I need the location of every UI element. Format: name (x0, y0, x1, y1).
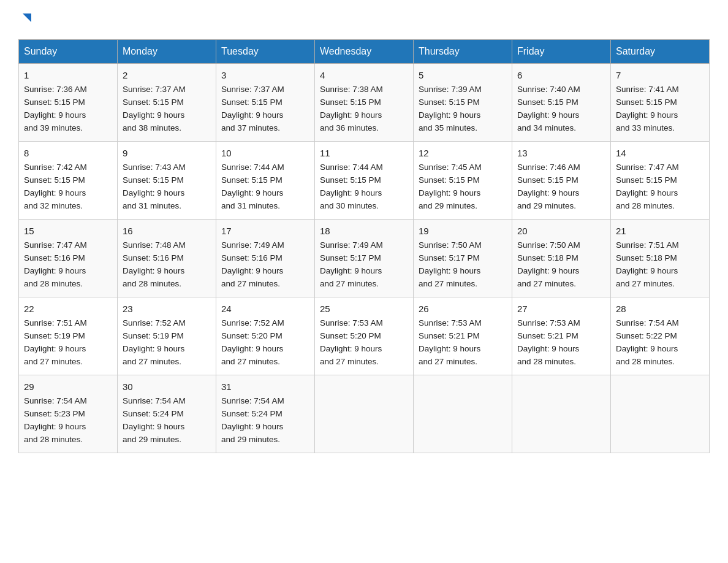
header-row: SundayMondayTuesdayWednesdayThursdayFrid… (19, 40, 710, 64)
daylight-label: Daylight: 9 hours (419, 188, 480, 197)
sunset-label: Sunset: 5:15 PM (24, 175, 85, 185)
day-number: 26 (419, 302, 507, 316)
sunrise-label: Sunrise: 7:50 AM (517, 240, 580, 250)
sunrise-label: Sunrise: 7:44 AM (320, 163, 383, 172)
calendar-cell (414, 375, 512, 453)
sunset-label: Sunset: 5:19 PM (24, 331, 85, 340)
sunset-label: Sunset: 5:15 PM (221, 175, 282, 185)
calendar-cell: 1Sunrise: 7:36 AMSunset: 5:15 PMDaylight… (19, 64, 118, 142)
sunrise-label: Sunrise: 7:49 AM (221, 240, 284, 250)
calendar-cell: 9Sunrise: 7:43 AMSunset: 5:15 PMDaylight… (118, 141, 216, 219)
day-number: 2 (123, 68, 211, 82)
sunrise-label: Sunrise: 7:52 AM (221, 318, 284, 327)
sunrise-label: Sunrise: 7:42 AM (24, 163, 87, 172)
daylight-label: Daylight: 9 hours (221, 188, 283, 197)
sunset-label: Sunset: 5:15 PM (616, 98, 677, 107)
daylight-detail: and 28 minutes. (616, 357, 675, 366)
sunset-label: Sunset: 5:20 PM (320, 331, 381, 340)
daylight-label: Daylight: 9 hours (24, 266, 86, 275)
sunset-label: Sunset: 5:24 PM (123, 409, 184, 418)
daylight-label: Daylight: 9 hours (123, 110, 184, 120)
sunset-label: Sunset: 5:15 PM (616, 175, 677, 185)
daylight-label: Daylight: 9 hours (24, 344, 86, 353)
daylight-detail: and 28 minutes. (24, 279, 83, 288)
calendar-cell: 4Sunrise: 7:38 AMSunset: 5:15 PMDaylight… (315, 64, 414, 142)
sunset-label: Sunset: 5:15 PM (221, 98, 282, 107)
daylight-detail: and 28 minutes. (517, 357, 576, 366)
day-number: 31 (221, 380, 309, 394)
daylight-label: Daylight: 9 hours (517, 344, 579, 353)
sunrise-label: Sunrise: 7:47 AM (24, 240, 87, 250)
calendar-cell (512, 375, 611, 453)
daylight-detail: and 27 minutes. (320, 357, 379, 366)
calendar-cell (315, 375, 414, 453)
header-cell-wednesday: Wednesday (315, 40, 414, 64)
calendar-cell: 16Sunrise: 7:48 AMSunset: 5:16 PMDayligh… (118, 219, 216, 297)
logo (18, 12, 34, 28)
day-number: 30 (123, 380, 211, 394)
day-number: 27 (517, 302, 605, 316)
sunrise-label: Sunrise: 7:52 AM (123, 318, 186, 327)
sunset-label: Sunset: 5:16 PM (24, 253, 85, 262)
daylight-detail: and 27 minutes. (419, 279, 477, 288)
day-number: 4 (320, 68, 408, 82)
sunrise-label: Sunrise: 7:51 AM (616, 240, 679, 250)
daylight-label: Daylight: 9 hours (419, 110, 480, 120)
daylight-label: Daylight: 9 hours (616, 266, 678, 275)
daylight-detail: and 27 minutes. (517, 279, 576, 288)
sunrise-label: Sunrise: 7:51 AM (24, 318, 87, 327)
daylight-label: Daylight: 9 hours (616, 344, 678, 353)
header-cell-sunday: Sunday (19, 40, 118, 64)
calendar-cell: 7Sunrise: 7:41 AMSunset: 5:15 PMDaylight… (611, 64, 710, 142)
sunrise-label: Sunrise: 7:53 AM (320, 318, 383, 327)
calendar-cell: 13Sunrise: 7:46 AMSunset: 5:15 PMDayligh… (512, 141, 611, 219)
calendar-cell: 11Sunrise: 7:44 AMSunset: 5:15 PMDayligh… (315, 141, 414, 219)
sunset-label: Sunset: 5:16 PM (221, 253, 282, 262)
sunrise-label: Sunrise: 7:41 AM (616, 85, 679, 94)
day-number: 24 (221, 302, 309, 316)
day-number: 19 (419, 224, 507, 238)
daylight-detail: and 32 minutes. (24, 201, 83, 210)
page-header (18, 12, 710, 28)
calendar-cell: 24Sunrise: 7:52 AMSunset: 5:20 PMDayligh… (216, 297, 315, 375)
calendar-cell: 19Sunrise: 7:50 AMSunset: 5:17 PMDayligh… (414, 219, 512, 297)
calendar-cell: 22Sunrise: 7:51 AMSunset: 5:19 PMDayligh… (19, 297, 118, 375)
day-number: 23 (123, 302, 211, 316)
sunrise-label: Sunrise: 7:49 AM (320, 240, 383, 250)
calendar-cell: 25Sunrise: 7:53 AMSunset: 5:20 PMDayligh… (315, 297, 414, 375)
daylight-label: Daylight: 9 hours (419, 266, 480, 275)
header-cell-saturday: Saturday (611, 40, 710, 64)
daylight-detail: and 34 minutes. (517, 123, 576, 132)
daylight-label: Daylight: 9 hours (320, 266, 382, 275)
daylight-label: Daylight: 9 hours (24, 188, 86, 197)
sunrise-label: Sunrise: 7:50 AM (419, 240, 482, 250)
sunrise-label: Sunrise: 7:54 AM (616, 318, 679, 327)
calendar-cell (611, 375, 710, 453)
daylight-label: Daylight: 9 hours (24, 110, 86, 120)
calendar-cell: 3Sunrise: 7:37 AMSunset: 5:15 PMDaylight… (216, 64, 315, 142)
calendar-cell: 10Sunrise: 7:44 AMSunset: 5:15 PMDayligh… (216, 141, 315, 219)
calendar-cell: 18Sunrise: 7:49 AMSunset: 5:17 PMDayligh… (315, 219, 414, 297)
daylight-detail: and 29 minutes. (221, 435, 280, 444)
daylight-detail: and 28 minutes. (616, 201, 675, 210)
calendar-cell: 23Sunrise: 7:52 AMSunset: 5:19 PMDayligh… (118, 297, 216, 375)
sunset-label: Sunset: 5:23 PM (24, 409, 85, 418)
calendar-cell: 2Sunrise: 7:37 AMSunset: 5:15 PMDaylight… (118, 64, 216, 142)
day-number: 12 (419, 146, 507, 160)
sunrise-label: Sunrise: 7:48 AM (123, 240, 186, 250)
daylight-detail: and 28 minutes. (123, 279, 181, 288)
daylight-detail: and 27 minutes. (616, 279, 675, 288)
day-number: 15 (24, 224, 112, 238)
daylight-label: Daylight: 9 hours (123, 188, 184, 197)
sunrise-label: Sunrise: 7:39 AM (419, 85, 482, 94)
daylight-detail: and 30 minutes. (320, 201, 379, 210)
daylight-label: Daylight: 9 hours (221, 266, 283, 275)
calendar-cell: 5Sunrise: 7:39 AMSunset: 5:15 PMDaylight… (414, 64, 512, 142)
daylight-label: Daylight: 9 hours (517, 110, 579, 120)
sunset-label: Sunset: 5:15 PM (320, 175, 381, 185)
daylight-detail: and 39 minutes. (24, 123, 83, 132)
day-number: 17 (221, 224, 309, 238)
day-number: 6 (517, 68, 605, 82)
sunrise-label: Sunrise: 7:38 AM (320, 85, 383, 94)
daylight-detail: and 29 minutes. (419, 201, 477, 210)
